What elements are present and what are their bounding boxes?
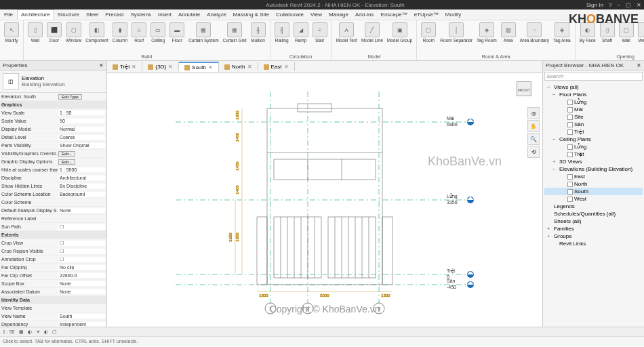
prop-value[interactable]: 1 : 5000 — [58, 167, 105, 172]
tree-item[interactable]: +Groups — [544, 232, 643, 240]
model-group-button[interactable]: ▣Model Group — [386, 22, 414, 43]
tab-close-icon[interactable]: ✕ — [168, 64, 173, 70]
curtain-grid-button[interactable]: ▦Curtain Grid — [222, 22, 248, 43]
project-search-input[interactable]: Search — [544, 72, 643, 81]
tree-toggle-icon[interactable]: + — [552, 159, 558, 165]
room-separator-button[interactable]: │Room Separator — [439, 22, 474, 43]
ribbon-tab-collaborate[interactable]: Collaborate — [273, 10, 307, 19]
tree-item[interactable]: Schedules/Quantities (all) — [544, 210, 643, 218]
ribbon-tab-modify[interactable]: Modify — [442, 10, 465, 19]
area-button[interactable]: ▨Area — [500, 22, 517, 43]
tab-close-icon[interactable]: ✕ — [284, 64, 289, 70]
view-tab-north[interactable]: North✕ — [219, 62, 258, 71]
prop-value[interactable]: South — [58, 314, 105, 319]
tree-item[interactable]: Trệt — [544, 150, 643, 158]
tree-toggle-icon[interactable]: − — [552, 91, 558, 98]
tree-toggle-icon[interactable]: + — [547, 226, 552, 232]
visual-style-icon[interactable]: ◐ — [28, 329, 32, 335]
tree-item[interactable]: −Ceiling Plans — [544, 136, 643, 143]
detail-level-icon[interactable]: ▦ — [19, 329, 24, 335]
ribbon-tab-add-ins[interactable]: Add-Ins — [352, 10, 378, 19]
window-button[interactable]: ▢Window — [64, 22, 83, 43]
prop-value[interactable]: None — [58, 289, 105, 294]
tree-toggle-icon[interactable]: − — [547, 84, 552, 90]
ceiling-button[interactable]: ▭Ceiling — [149, 22, 167, 43]
tree-item[interactable]: North — [544, 180, 643, 188]
ribbon-tab-manage[interactable]: Manage — [325, 10, 352, 19]
tree-toggle-icon[interactable]: + — [547, 233, 552, 239]
crop-icon[interactable]: ▢ — [52, 329, 57, 335]
tree-item[interactable]: Lửng — [544, 143, 643, 150]
view-tab-east[interactable]: East✕ — [258, 62, 295, 71]
prop-value[interactable]: ☐ — [58, 249, 105, 254]
ribbon-tab-insert[interactable]: Insert — [155, 10, 175, 19]
tree-item[interactable]: East — [544, 173, 643, 180]
tree-item[interactable]: −Floor Plans — [544, 91, 643, 98]
prop-value[interactable]: ☐ — [58, 224, 105, 230]
ribbon-tab-annotate[interactable]: Annotate — [175, 10, 203, 19]
tree-item[interactable]: Sân — [544, 121, 643, 128]
tree-item[interactable]: Mái — [544, 106, 643, 113]
ribbon-tab-massing-site[interactable]: Massing & Site — [230, 10, 273, 19]
prop-value[interactable]: 22860.0 — [58, 273, 105, 278]
orbit-icon[interactable]: ⟲ — [527, 146, 540, 158]
tree-item[interactable]: Lửng — [544, 98, 643, 106]
ribbon-tab-precast[interactable]: Precast — [102, 10, 127, 19]
prop-edit-button[interactable]: Edit... — [58, 151, 75, 157]
room-button[interactable]: ▢Room — [420, 22, 437, 43]
tree-item[interactable]: Revit Links — [544, 240, 643, 247]
by-face-button[interactable]: ◐By Face — [578, 22, 597, 43]
model-text-button[interactable]: AModel Text — [335, 22, 359, 43]
ramp-button[interactable]: ◢Ramp — [292, 22, 310, 43]
railing-button[interactable]: ╢Railing — [273, 22, 291, 43]
tab-close-icon[interactable]: ✕ — [132, 64, 136, 70]
nav-cube[interactable]: FRONT — [511, 76, 540, 104]
tag-area-button[interactable]: ◈Tag Area — [552, 22, 572, 43]
ribbon-tab-analyze[interactable]: Analyze — [203, 10, 229, 19]
modify-button[interactable]: ↖Modify — [3, 22, 20, 43]
view-tab-trt[interactable]: Trệt✕ — [107, 62, 142, 71]
prop-value[interactable]: Normal — [58, 127, 105, 131]
tag-room-button[interactable]: ◈Tag Room — [475, 22, 498, 43]
vertical-button[interactable]: ▮Vertical — [637, 22, 644, 43]
help-icon[interactable]: ? — [609, 2, 611, 8]
column-button[interactable]: ▮Column — [111, 22, 129, 43]
prop-value[interactable]: Architectural — [58, 176, 105, 180]
tree-item[interactable]: South — [544, 188, 643, 195]
prop-value[interactable]: Independent — [58, 322, 105, 327]
view-tab-3d[interactable]: {3D}✕ — [142, 62, 179, 71]
scale-display[interactable]: 1 : 50 — [3, 329, 15, 334]
prop-value[interactable]: Background — [58, 192, 105, 197]
view-tab-south[interactable]: South✕ — [179, 62, 219, 72]
wall-opening-button[interactable]: ▢Wall — [618, 22, 635, 43]
tab-close-icon[interactable]: ✕ — [247, 64, 252, 70]
ribbon-tab-enscape-[interactable]: Enscape™ — [378, 10, 411, 19]
panel-close-icon[interactable]: ✕ — [637, 62, 641, 68]
tree-item[interactable]: West — [544, 195, 643, 203]
prop-value[interactable]: Show Original — [58, 143, 105, 148]
tree-item[interactable]: +3D Views — [544, 158, 643, 165]
stair-button[interactable]: ≡Stair — [311, 22, 329, 43]
nav-wheel-icon[interactable]: ◎ — [527, 107, 540, 119]
tree-item[interactable]: −Views (all) — [544, 83, 643, 91]
tree-item[interactable]: Legends — [544, 203, 643, 210]
ribbon-tab-systems[interactable]: Systems — [127, 10, 155, 19]
shadows-icon[interactable]: ◐ — [44, 329, 48, 335]
roof-button[interactable]: ⌂Roof — [130, 22, 148, 43]
door-button[interactable]: ⬛Door — [45, 22, 63, 43]
ribbon-tab-view[interactable]: View — [307, 10, 325, 19]
component-button[interactable]: ◧Component — [84, 22, 110, 43]
prop-value[interactable]: No clip — [58, 265, 105, 270]
tree-item[interactable]: Site — [544, 113, 643, 121]
signin-link[interactable]: Sign In — [586, 2, 603, 8]
tree-toggle-icon[interactable]: − — [552, 166, 558, 172]
model-line-button[interactable]: ╱Model Line — [360, 22, 384, 43]
prop-value[interactable]: Coarse — [58, 135, 105, 140]
curtain-system-button[interactable]: ▦Curtain System — [187, 22, 220, 43]
prop-value[interactable]: None — [58, 281, 105, 286]
zoom-icon[interactable]: 🔍 — [527, 133, 540, 145]
tree-item[interactable]: Sheets (all) — [544, 218, 643, 225]
ribbon-tab-architecture[interactable]: Architecture — [17, 9, 54, 20]
prop-value[interactable]: ☐ — [58, 257, 105, 262]
area-boundary-button[interactable]: ▫Area Boundary — [519, 22, 550, 43]
